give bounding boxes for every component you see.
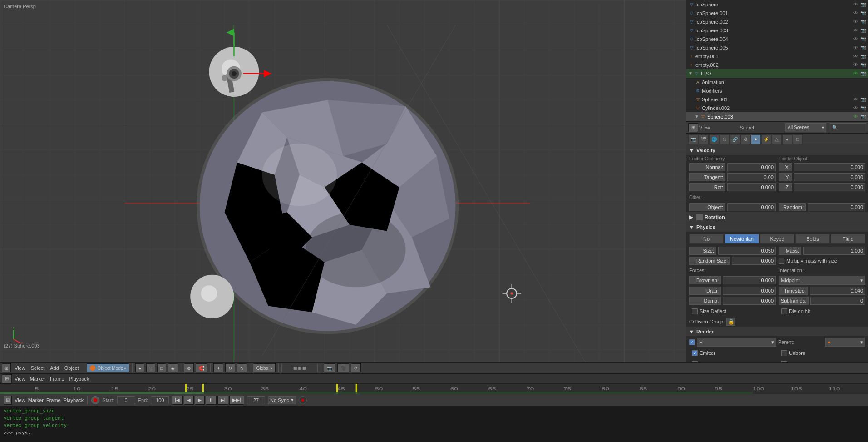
outliner-item-icosphere002[interactable]: ▽ IcoSphere.002 👁 📷 xyxy=(686,17,868,26)
transform-rotate-btn[interactable]: ↻ xyxy=(225,363,235,372)
integration-dropdown-field[interactable]: Midpoint ▾ xyxy=(779,276,865,285)
transform-btn[interactable]: ✦ xyxy=(213,363,223,372)
viewport-shading-solid[interactable]: ● xyxy=(135,363,144,372)
render-icon[interactable]: 📷 xyxy=(860,19,866,25)
y-value[interactable]: 0.000 xyxy=(794,173,865,181)
object-value[interactable]: 0.000 xyxy=(727,203,776,211)
eye-icon[interactable]: 👁 xyxy=(853,27,859,34)
x-value[interactable]: 0.000 xyxy=(794,163,865,171)
select-btn[interactable]: Select xyxy=(29,365,47,371)
viewport-icon-btn[interactable]: ⊞ xyxy=(2,363,11,372)
random-label-field[interactable]: Random: xyxy=(779,203,806,211)
global-btn[interactable]: Global ▾ xyxy=(253,363,276,372)
view-select-btn[interactable]: ⊞ xyxy=(688,123,698,132)
pause-btn[interactable]: ⏸ xyxy=(206,396,217,405)
eye-icon[interactable]: 👁 xyxy=(853,114,859,120)
eye-icon[interactable]: 👁 xyxy=(853,36,859,42)
pivot-btn[interactable]: ⊕ xyxy=(184,363,194,372)
sync-btn[interactable]: ⟳ xyxy=(351,363,361,372)
eye-icon[interactable]: 👁 xyxy=(853,96,859,103)
physics-section-header[interactable]: ▼ Physics xyxy=(686,222,868,232)
physics-boids-btn[interactable]: Boids xyxy=(795,234,830,244)
outliner-item-icosphere001[interactable]: ▽ IcoSphere.001 👁 📷 xyxy=(686,9,868,17)
timeline-marker-btn[interactable]: Marker xyxy=(28,376,47,382)
camera-btn[interactable]: 📷 xyxy=(324,363,335,372)
outliner-item-icosphere003[interactable]: ▽ IcoSphere.003 👁 📷 xyxy=(686,26,868,35)
transform-scale-btn[interactable]: ⤡ xyxy=(237,363,247,372)
view-btn2[interactable]: View xyxy=(15,397,25,403)
render-icon[interactable]: 📷 xyxy=(860,105,866,111)
outliner-item-cylinder002[interactable]: ▽ Cylinder.002 👁 📷 xyxy=(686,104,868,112)
outliner-item-icosphere[interactable]: ▽ IcoSphere 👁 📷 xyxy=(686,0,868,9)
timeline-frame-btn[interactable]: Frame xyxy=(48,376,66,382)
render-section-header[interactable]: ▼ Render xyxy=(686,327,868,337)
props-tab-material[interactable]: ● xyxy=(782,134,792,144)
render-h-checkbox[interactable] xyxy=(689,339,695,345)
mass-value[interactable]: 1.000 xyxy=(803,247,865,255)
add-btn[interactable]: Add xyxy=(48,365,61,371)
eye-icon[interactable]: 👁 xyxy=(853,1,859,8)
render-icon[interactable]: 📷 xyxy=(860,36,866,42)
render-parent-dropdown[interactable]: ● ▾ xyxy=(825,338,865,347)
z-value[interactable]: 0.000 xyxy=(794,183,865,191)
marker-btn[interactable]: Marker xyxy=(28,397,44,403)
drag-label-field[interactable]: Drag: xyxy=(689,287,721,295)
rotation-section-header[interactable]: ▶ Rotation xyxy=(686,212,868,222)
viewport-shading-wire[interactable]: ○ xyxy=(146,363,155,372)
brownian-label-field[interactable]: Brownian: xyxy=(689,276,721,284)
start-input[interactable] xyxy=(117,396,135,404)
snap-btn[interactable]: 🧲 xyxy=(196,363,207,372)
outliner-item-animation[interactable]: A Animation xyxy=(686,78,868,86)
props-tab-scene[interactable]: 🎬 xyxy=(699,134,709,144)
render-cam-btn[interactable]: 🎥 xyxy=(337,363,349,372)
outliner-item-sphere003[interactable]: ▼ ▽ Sphere.003 👁 📷 xyxy=(686,112,868,121)
random-value[interactable]: 0.000 xyxy=(808,203,865,211)
outliner-item-icosphere004[interactable]: ▽ IcoSphere.004 👁 📷 xyxy=(686,35,868,43)
props-tab-physics[interactable]: ⚡ xyxy=(761,134,771,144)
physics-fluid-btn[interactable]: Fluid xyxy=(831,234,865,244)
props-tab-render[interactable]: 📷 xyxy=(688,134,698,144)
timeline-ruler[interactable]: 5 10 15 20 25 30 35 40 45 50 55 60 65 70… xyxy=(0,384,868,394)
damp-label-field[interactable]: Damp: xyxy=(689,297,721,305)
sync-dropdown[interactable]: No Sync ▾ xyxy=(268,396,296,404)
size-value[interactable]: 0.050 xyxy=(718,247,776,255)
size-deflect-checkbox[interactable] xyxy=(692,308,698,314)
props-tab-texture[interactable]: □ xyxy=(793,134,803,144)
jump-end-btn[interactable]: ▶▶| xyxy=(229,396,244,405)
rot-value[interactable]: 0.000 xyxy=(727,183,776,191)
frame-btn[interactable]: Frame xyxy=(46,397,61,403)
outliner-item-empty002[interactable]: ↑ empty.002 👁 📷 xyxy=(686,60,868,69)
jump-start-btn[interactable]: |◀ xyxy=(172,396,183,405)
normal-value[interactable]: 0.000 xyxy=(727,163,776,171)
props-tab-world[interactable]: 🌐 xyxy=(709,134,719,144)
props-tab-data[interactable]: △ xyxy=(772,134,782,144)
scenes-select[interactable]: All Scenes ▾ xyxy=(785,123,826,132)
render-icon[interactable]: 📷 xyxy=(860,62,866,68)
object-btn[interactable]: Object xyxy=(63,365,81,371)
timeline-icon-area[interactable]: ⊞ xyxy=(4,396,12,405)
physics-newtonian-btn[interactable]: Newtonian xyxy=(725,234,759,244)
integration-dropdown[interactable]: Midpoint ▾ xyxy=(779,276,865,285)
mode-select[interactable]: Object Mode ▾ xyxy=(87,363,130,372)
outliner-item-modifiers[interactable]: ⚙ Modifiers xyxy=(686,86,868,95)
render-icon[interactable]: 📷 xyxy=(860,96,866,103)
velocity-section-header[interactable]: ▼ Velocity xyxy=(686,145,868,155)
render-icon[interactable]: 📷 xyxy=(860,45,866,51)
tangent-value[interactable]: 0.00 xyxy=(727,173,776,181)
grid-overlay[interactable]: ▦ ▦ ▦ xyxy=(281,364,318,372)
brownian-value[interactable]: 0.000 xyxy=(723,276,776,284)
timeline-icon-btn[interactable]: ⊞ xyxy=(2,374,12,383)
subframes-value[interactable]: 0 xyxy=(810,297,865,305)
collision-group-icon[interactable]: 🔒 xyxy=(726,318,735,326)
timestep-value[interactable]: 0.040 xyxy=(810,287,865,295)
viewport-shading-tex[interactable]: □ xyxy=(157,363,166,372)
render-icon[interactable]: 📷 xyxy=(860,1,866,8)
outliner-item-sphere001[interactable]: ▽ Sphere.001 👁 📷 xyxy=(686,95,868,104)
props-tab-constraints[interactable]: 🔗 xyxy=(730,134,740,144)
timeline-playback-btn[interactable]: Playback xyxy=(67,376,91,382)
y-label-field[interactable]: Y: xyxy=(779,173,792,181)
object-label-field[interactable]: Object: xyxy=(689,203,725,211)
eye-icon[interactable]: 👁 xyxy=(853,19,859,25)
die-on-hit-checkbox[interactable] xyxy=(781,308,787,314)
current-frame-display[interactable]: 27 xyxy=(247,396,265,404)
